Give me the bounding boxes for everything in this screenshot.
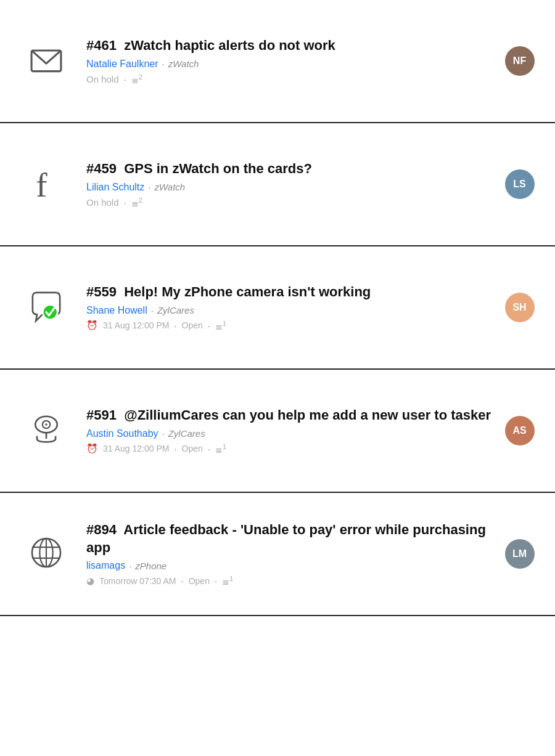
avatar-area: LS	[503, 169, 536, 199]
ticket-meta-row: Natalie Faulkner · zWatch	[86, 59, 503, 70]
ticket-open-status: Open	[189, 576, 210, 586]
ticket-meta-row: Austin Southaby · ZylCares	[86, 428, 503, 439]
comment-count: ≣2	[131, 73, 142, 85]
ticket-id: #591	[86, 407, 117, 423]
ticket-time: Tomorrow 07:30 AM	[99, 576, 176, 586]
separator-dot: ·	[174, 320, 176, 331]
ticket-status: On hold	[86, 197, 119, 208]
avatar-area: SH	[503, 293, 536, 322]
ticket-meta-row: lisamags · zPhone	[86, 560, 503, 571]
avatar-area: AS	[503, 416, 536, 445]
clock-icon: ⏰	[86, 320, 98, 331]
ticket-status: On hold	[86, 74, 119, 84]
ticket-id: #459	[86, 161, 117, 176]
avatar: NF	[505, 46, 535, 76]
ticket-product: zWatch	[168, 59, 199, 69]
ticket-id: #461	[86, 38, 117, 53]
ticket-meta-row: Shane Howell · ZylCares	[86, 305, 503, 316]
ticket-assignee[interactable]: Austin Southaby	[86, 428, 158, 439]
ticket-channel-icon-area	[18, 287, 74, 328]
separator-dot2: ·	[208, 320, 210, 331]
meta-dot: ·	[162, 428, 165, 439]
ticket-title: #461 zWatch haptic alerts do not work	[86, 37, 503, 55]
ticket-title: #459 GPS in zWatch on the cards?	[86, 160, 503, 178]
ticket-product: ZylCares	[157, 305, 194, 315]
ticket-meta-row: Lilian Schultz · zWatch	[86, 182, 503, 193]
avatar: LM	[505, 539, 535, 569]
ticket-id: #559	[86, 284, 117, 299]
ticket-content: #559 Help! My zPhone camera isn't workin…	[86, 283, 503, 331]
snoozed-icon: ◕	[86, 575, 94, 587]
separator-dot2: ·	[215, 575, 217, 586]
avatar: SH	[505, 293, 535, 322]
clock-icon: ⏰	[86, 443, 98, 454]
avatar-area: NF	[503, 46, 536, 76]
svg-text:f: f	[36, 166, 47, 202]
meta-dot: ·	[148, 182, 150, 192]
svg-point-6	[45, 423, 47, 426]
channel-icon-phone	[27, 410, 65, 451]
ticket-product: zPhone	[135, 561, 166, 571]
ticket-list: #461 zWatch haptic alerts do not work Na…	[0, 0, 555, 616]
separator-dot: ·	[174, 444, 176, 454]
ticket-id: #894	[86, 522, 117, 537]
ticket-item[interactable]: f #459 GPS in zWatch on the cards? Lilia…	[0, 123, 555, 246]
ticket-status-row: ◕ Tomorrow 07:30 AM · Open · ≣1	[86, 575, 503, 587]
ticket-item[interactable]: #894 Article feedback - 'Unable to pay' …	[0, 493, 555, 616]
separator-dot: ·	[124, 197, 126, 208]
separator-dot2: ·	[208, 444, 210, 454]
ticket-channel-icon-area	[18, 534, 74, 574]
separator-dot: ·	[124, 74, 126, 84]
ticket-time: 31 Aug 12:00 PM	[103, 444, 169, 453]
ticket-status-row: On hold · ≣2	[86, 73, 503, 85]
ticket-assignee[interactable]: Natalie Faulkner	[86, 59, 158, 70]
avatar: LS	[505, 169, 535, 199]
ticket-content: #894 Article feedback - 'Unable to pay' …	[86, 521, 503, 587]
ticket-title: #559 Help! My zPhone camera isn't workin…	[86, 283, 503, 301]
ticket-title: #894 Article feedback - 'Unable to pay' …	[86, 521, 503, 556]
ticket-content: #459 GPS in zWatch on the cards? Lilian …	[86, 160, 503, 208]
meta-dot: ·	[151, 305, 154, 315]
comment-count: ≣2	[131, 197, 142, 208]
channel-icon-facebook: f	[27, 164, 65, 205]
ticket-assignee[interactable]: Shane Howell	[86, 305, 147, 316]
avatar: AS	[505, 416, 535, 445]
ticket-channel-icon-area: f	[18, 164, 74, 205]
channel-icon-chat	[27, 287, 65, 328]
ticket-time: 31 Aug 12:00 PM	[103, 320, 169, 330]
meta-dot: ·	[129, 561, 131, 571]
ticket-channel-icon-area	[18, 410, 74, 451]
meta-dot: ·	[162, 59, 165, 69]
ticket-item[interactable]: #591 @ZilliumCares can you help me add a…	[0, 370, 555, 493]
ticket-product: zWatch	[154, 182, 185, 192]
ticket-title: #591 @ZilliumCares can you help me add a…	[86, 407, 503, 425]
ticket-content: #591 @ZilliumCares can you help me add a…	[86, 407, 503, 454]
ticket-product: ZylCares	[168, 428, 205, 439]
comment-count: ≣1	[222, 575, 233, 587]
ticket-status-row: ⏰ 31 Aug 12:00 PM · Open · ≣1	[86, 443, 503, 455]
separator-dot: ·	[181, 575, 184, 586]
comment-count: ≣1	[215, 443, 226, 455]
comment-count: ≣1	[215, 320, 226, 331]
ticket-item[interactable]: #559 Help! My zPhone camera isn't workin…	[0, 246, 555, 370]
ticket-status-row: ⏰ 31 Aug 12:00 PM · Open · ≣1	[86, 320, 503, 331]
ticket-assignee[interactable]: Lilian Schultz	[86, 182, 144, 193]
ticket-item[interactable]: #461 zWatch haptic alerts do not work Na…	[0, 0, 555, 123]
channel-icon-web	[27, 534, 65, 574]
ticket-channel-icon-area	[18, 41, 74, 81]
ticket-status-row: On hold · ≣2	[86, 197, 503, 208]
ticket-content: #461 zWatch haptic alerts do not work Na…	[86, 37, 503, 84]
ticket-open-status: Open	[182, 320, 203, 330]
ticket-open-status: Open	[182, 444, 203, 453]
ticket-assignee[interactable]: lisamags	[86, 560, 125, 571]
channel-icon-email	[27, 41, 65, 81]
avatar-area: LM	[503, 539, 536, 569]
